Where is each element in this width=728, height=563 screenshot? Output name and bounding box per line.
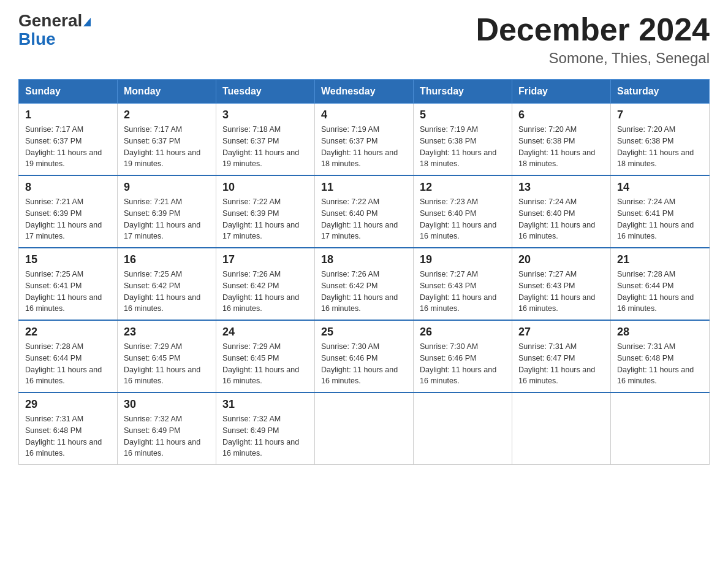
calendar-week-row: 15 Sunrise: 7:25 AM Sunset: 6:41 PM Dayl… bbox=[19, 248, 710, 320]
calendar-day-cell bbox=[512, 393, 611, 465]
day-info: Sunrise: 7:31 AM Sunset: 6:48 PM Dayligh… bbox=[25, 413, 111, 459]
calendar-day-cell: 13 Sunrise: 7:24 AM Sunset: 6:40 PM Dayl… bbox=[512, 175, 611, 248]
sunrise-label: Sunrise: 7:31 AM bbox=[25, 415, 83, 423]
daylight-label: Daylight: 11 hours and 17 minutes. bbox=[321, 221, 398, 241]
calendar-day-cell: 16 Sunrise: 7:25 AM Sunset: 6:42 PM Dayl… bbox=[118, 248, 216, 320]
calendar-week-row: 22 Sunrise: 7:28 AM Sunset: 6:44 PM Dayl… bbox=[19, 320, 710, 393]
sunset-label: Sunset: 6:42 PM bbox=[321, 282, 377, 290]
sunrise-label: Sunrise: 7:22 AM bbox=[222, 197, 281, 206]
sunrise-label: Sunrise: 7:18 AM bbox=[222, 125, 281, 134]
sunrise-label: Sunrise: 7:20 AM bbox=[518, 125, 577, 134]
sunset-label: Sunset: 6:49 PM bbox=[222, 426, 279, 435]
sunset-label: Sunset: 6:41 PM bbox=[617, 209, 673, 218]
weekday-header-wednesday: Wednesday bbox=[315, 80, 414, 104]
day-info: Sunrise: 7:17 AM Sunset: 6:37 PM Dayligh… bbox=[25, 124, 111, 170]
weekday-header-thursday: Thursday bbox=[414, 80, 512, 104]
sunrise-label: Sunrise: 7:27 AM bbox=[518, 270, 577, 278]
sunset-label: Sunset: 6:40 PM bbox=[420, 209, 476, 218]
day-number: 24 bbox=[222, 326, 308, 339]
day-info: Sunrise: 7:21 AM Sunset: 6:39 PM Dayligh… bbox=[25, 196, 111, 242]
day-number: 22 bbox=[25, 326, 111, 339]
daylight-label: Daylight: 11 hours and 17 minutes. bbox=[25, 221, 102, 241]
calendar-day-cell: 9 Sunrise: 7:21 AM Sunset: 6:39 PM Dayli… bbox=[118, 175, 216, 248]
sunrise-label: Sunrise: 7:26 AM bbox=[321, 270, 379, 278]
daylight-label: Daylight: 11 hours and 16 minutes. bbox=[222, 366, 299, 386]
sunset-label: Sunset: 6:45 PM bbox=[124, 354, 180, 362]
calendar-day-cell: 4 Sunrise: 7:19 AM Sunset: 6:37 PM Dayli… bbox=[315, 104, 414, 176]
sunrise-label: Sunrise: 7:31 AM bbox=[518, 342, 577, 351]
daylight-label: Daylight: 11 hours and 16 minutes. bbox=[25, 366, 102, 386]
calendar-day-cell: 3 Sunrise: 7:18 AM Sunset: 6:37 PM Dayli… bbox=[216, 104, 315, 176]
day-number: 18 bbox=[321, 253, 407, 266]
daylight-label: Daylight: 11 hours and 16 minutes. bbox=[518, 293, 595, 313]
day-info: Sunrise: 7:18 AM Sunset: 6:37 PM Dayligh… bbox=[222, 124, 308, 170]
weekday-header-saturday: Saturday bbox=[611, 80, 710, 104]
sunset-label: Sunset: 6:48 PM bbox=[25, 426, 82, 435]
sunrise-label: Sunrise: 7:29 AM bbox=[222, 342, 281, 351]
sunrise-label: Sunrise: 7:26 AM bbox=[222, 270, 281, 278]
day-number: 26 bbox=[420, 326, 506, 339]
sunset-label: Sunset: 6:42 PM bbox=[124, 282, 180, 290]
sunset-label: Sunset: 6:38 PM bbox=[617, 137, 673, 145]
calendar-day-cell: 14 Sunrise: 7:24 AM Sunset: 6:41 PM Dayl… bbox=[611, 175, 710, 248]
sunset-label: Sunset: 6:37 PM bbox=[124, 137, 180, 145]
calendar-day-cell: 7 Sunrise: 7:20 AM Sunset: 6:38 PM Dayli… bbox=[611, 104, 710, 176]
sunset-label: Sunset: 6:45 PM bbox=[222, 354, 279, 362]
day-number: 21 bbox=[617, 253, 703, 266]
day-number: 4 bbox=[321, 109, 407, 121]
day-number: 5 bbox=[420, 109, 506, 121]
calendar-week-row: 29 Sunrise: 7:31 AM Sunset: 6:48 PM Dayl… bbox=[19, 393, 710, 465]
daylight-label: Daylight: 11 hours and 16 minutes. bbox=[124, 438, 200, 458]
day-number: 9 bbox=[124, 181, 210, 194]
sunset-label: Sunset: 6:38 PM bbox=[420, 137, 476, 145]
day-info: Sunrise: 7:24 AM Sunset: 6:41 PM Dayligh… bbox=[617, 196, 703, 242]
sunset-label: Sunset: 6:42 PM bbox=[222, 282, 279, 290]
day-info: Sunrise: 7:21 AM Sunset: 6:39 PM Dayligh… bbox=[124, 196, 210, 242]
sunrise-label: Sunrise: 7:32 AM bbox=[124, 415, 182, 423]
daylight-label: Daylight: 11 hours and 18 minutes. bbox=[321, 148, 398, 169]
day-info: Sunrise: 7:20 AM Sunset: 6:38 PM Dayligh… bbox=[518, 124, 604, 170]
daylight-label: Daylight: 11 hours and 18 minutes. bbox=[617, 148, 694, 169]
day-info: Sunrise: 7:19 AM Sunset: 6:38 PM Dayligh… bbox=[420, 124, 506, 170]
sunset-label: Sunset: 6:46 PM bbox=[321, 354, 377, 362]
calendar-header-row: SundayMondayTuesdayWednesdayThursdayFrid… bbox=[19, 80, 710, 104]
day-info: Sunrise: 7:19 AM Sunset: 6:37 PM Dayligh… bbox=[321, 124, 407, 170]
weekday-header-friday: Friday bbox=[512, 80, 611, 104]
daylight-label: Daylight: 11 hours and 16 minutes. bbox=[25, 293, 102, 313]
day-number: 2 bbox=[124, 109, 210, 121]
weekday-header-sunday: Sunday bbox=[19, 80, 118, 104]
day-number: 17 bbox=[222, 253, 308, 266]
sunset-label: Sunset: 6:43 PM bbox=[518, 282, 575, 290]
calendar-day-cell: 18 Sunrise: 7:26 AM Sunset: 6:42 PM Dayl… bbox=[315, 248, 414, 320]
sunrise-label: Sunrise: 7:30 AM bbox=[420, 342, 478, 351]
calendar-day-cell: 24 Sunrise: 7:29 AM Sunset: 6:45 PM Dayl… bbox=[216, 320, 315, 393]
sunset-label: Sunset: 6:49 PM bbox=[124, 426, 180, 435]
calendar-day-cell: 1 Sunrise: 7:17 AM Sunset: 6:37 PM Dayli… bbox=[19, 104, 118, 176]
day-info: Sunrise: 7:27 AM Sunset: 6:43 PM Dayligh… bbox=[518, 269, 604, 315]
calendar-day-cell bbox=[414, 393, 512, 465]
sunrise-label: Sunrise: 7:29 AM bbox=[124, 342, 182, 351]
sunrise-label: Sunrise: 7:22 AM bbox=[321, 197, 379, 206]
calendar-table: SundayMondayTuesdayWednesdayThursdayFrid… bbox=[18, 79, 710, 465]
daylight-label: Daylight: 11 hours and 16 minutes. bbox=[222, 293, 299, 313]
sunrise-label: Sunrise: 7:19 AM bbox=[321, 125, 379, 134]
sunset-label: Sunset: 6:48 PM bbox=[617, 354, 673, 362]
sunrise-label: Sunrise: 7:24 AM bbox=[617, 197, 675, 206]
daylight-label: Daylight: 11 hours and 16 minutes. bbox=[124, 366, 200, 386]
calendar-day-cell: 17 Sunrise: 7:26 AM Sunset: 6:42 PM Dayl… bbox=[216, 248, 315, 320]
day-number: 13 bbox=[518, 181, 604, 194]
day-number: 8 bbox=[25, 181, 111, 194]
day-number: 30 bbox=[124, 398, 210, 411]
weekday-header-tuesday: Tuesday bbox=[216, 80, 315, 104]
day-number: 12 bbox=[420, 181, 506, 194]
day-number: 16 bbox=[124, 253, 210, 266]
sunset-label: Sunset: 6:39 PM bbox=[222, 209, 279, 218]
daylight-label: Daylight: 11 hours and 16 minutes. bbox=[124, 293, 200, 313]
day-info: Sunrise: 7:26 AM Sunset: 6:42 PM Dayligh… bbox=[222, 269, 308, 315]
sunrise-label: Sunrise: 7:23 AM bbox=[420, 197, 478, 206]
weekday-header-monday: Monday bbox=[118, 80, 216, 104]
day-number: 20 bbox=[518, 253, 604, 266]
day-number: 6 bbox=[518, 109, 604, 121]
sunrise-label: Sunrise: 7:28 AM bbox=[25, 342, 83, 351]
sunset-label: Sunset: 6:40 PM bbox=[321, 209, 377, 218]
